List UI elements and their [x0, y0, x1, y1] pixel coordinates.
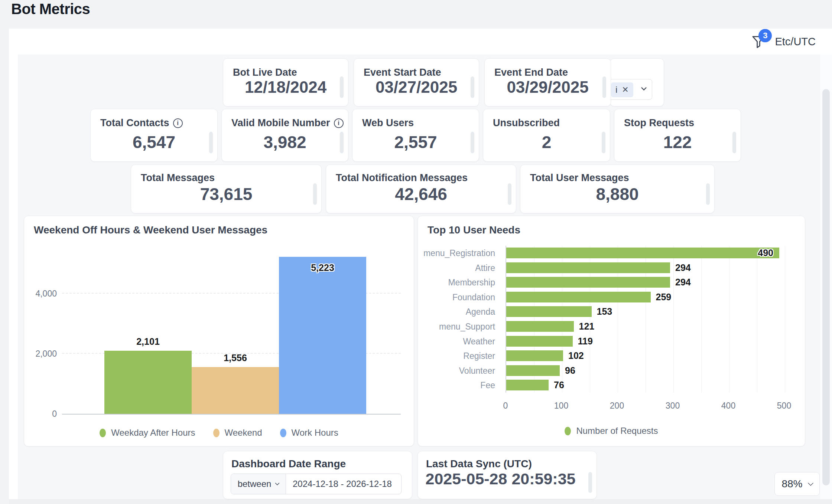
card-scrollbar-thumb[interactable] — [313, 183, 317, 205]
legend-label: Number of Requests — [576, 426, 658, 436]
card-scrollbar-thumb[interactable] — [732, 132, 736, 153]
timezone-label[interactable]: Etc/UTC — [775, 36, 816, 48]
bar-value-label: 153 — [597, 306, 612, 317]
chevron-down-icon — [275, 481, 280, 485]
card-scrollbar-thumb[interactable] — [340, 132, 344, 153]
zoom-level-value: 88% — [781, 478, 802, 490]
total-messages-value: 73,615 — [131, 184, 321, 204]
top10-xticks: 0100200300400500 — [506, 401, 784, 412]
legend-marker — [280, 429, 286, 437]
category-label: Fee — [418, 378, 500, 393]
category-label: Weather — [418, 334, 500, 349]
total-contacts-value: 6,547 — [91, 132, 217, 152]
bar-value-label: 294 — [675, 277, 691, 288]
date-range-input[interactable]: 2024-12-18 - 2026-12-18 — [286, 474, 401, 494]
bar-membership[interactable] — [506, 277, 670, 288]
y-axis-tick: 2,000 — [35, 349, 57, 359]
card-scrollbar-thumb[interactable] — [508, 183, 511, 205]
bar-volunteer[interactable] — [506, 365, 560, 376]
category-label: Volunteer — [418, 363, 500, 378]
info-icon[interactable]: i — [334, 118, 344, 128]
bar-foundation[interactable] — [506, 292, 651, 302]
stop-requests-card: Stop Requests 122 — [614, 109, 741, 162]
x-axis-tick: 200 — [610, 401, 624, 411]
bar-attire[interactable] — [506, 262, 670, 273]
card-scrollbar-thumb[interactable] — [471, 132, 474, 153]
chevron-down-icon — [807, 480, 813, 486]
valid-mobile-label: Valid Mobile Number — [231, 117, 330, 129]
card-scrollbar-thumb[interactable] — [588, 472, 592, 493]
bot-live-date-value: 12/18/2024 — [223, 78, 348, 96]
bar-menu_support[interactable] — [506, 321, 574, 332]
filter-chip-label: i — [615, 85, 617, 95]
event-end-date-card: Event End Date 03/29/2025 — [484, 58, 611, 107]
card-scrollbar-thumb[interactable] — [471, 76, 474, 98]
card-scrollbar-thumb[interactable] — [602, 76, 606, 98]
chip-remove-icon[interactable]: ✕ — [622, 85, 628, 95]
filter-count-badge: 3 — [758, 29, 772, 42]
bar-value-label: 121 — [579, 321, 595, 332]
total-user-messages-card: Total User Messages 8,880 — [520, 164, 715, 213]
top10-chart-card: Top 10 User Needs menu_RegistrationAttir… — [417, 216, 805, 446]
total-user-messages-value: 8,880 — [520, 184, 714, 204]
legend-label: Work Hours — [292, 428, 338, 438]
event-end-date-label: Event End Date — [494, 67, 568, 78]
weekend-chart-card: Weekend Off Hours & Weekend User Message… — [24, 216, 414, 446]
gridline — [673, 246, 674, 393]
bar-weather[interactable] — [506, 336, 573, 347]
last-sync-title: Last Data Sync (UTC) — [426, 458, 532, 470]
info-icon[interactable]: i — [173, 118, 183, 128]
bar-work-hours[interactable] — [279, 257, 366, 414]
unsubscribed-label: Unsubscribed — [493, 117, 560, 129]
card-scrollbar-thumb[interactable] — [209, 132, 213, 153]
gridline — [757, 246, 757, 393]
zoom-level-dropdown[interactable]: 88% — [774, 472, 820, 496]
bar-agenda[interactable] — [506, 306, 592, 317]
stop-requests-label: Stop Requests — [624, 117, 694, 129]
legend-item[interactable]: Number of Requests — [565, 426, 658, 436]
total-messages-label: Total Messages — [141, 172, 215, 184]
top10-plot: 4902942942591531211191029676 — [506, 246, 784, 393]
x-axis-tick: 500 — [777, 401, 791, 411]
filter-button[interactable]: 3 — [751, 33, 766, 50]
y-axis-tick: 4,000 — [35, 289, 57, 299]
card-scrollbar-thumb[interactable] — [602, 132, 605, 153]
x-axis-tick: 100 — [554, 401, 568, 411]
page-title: Bot Metrics — [11, 1, 90, 17]
event-start-date-card: Event Start Date 03/27/2025 — [354, 58, 479, 107]
legend-item[interactable]: Weekend — [213, 428, 262, 438]
bar-value-label: 102 — [568, 350, 584, 361]
legend-label: Weekday After Hours — [111, 428, 195, 438]
legend-item[interactable]: Work Hours — [280, 428, 338, 438]
total-contacts-label: Total Contacts — [100, 117, 169, 129]
bar-weekday-after-hours[interactable] — [104, 351, 192, 414]
card-scrollbar-thumb[interactable] — [706, 183, 710, 205]
chevron-down-icon[interactable] — [641, 85, 647, 91]
card-scrollbar-thumb[interactable] — [340, 76, 344, 98]
range-operator-value: between — [238, 479, 272, 489]
total-notification-messages-label: Total Notification Messages — [336, 172, 468, 184]
bar-weekend[interactable] — [192, 367, 279, 414]
bar-menu_registration[interactable] — [506, 248, 779, 258]
web-users-value: 2,557 — [352, 132, 479, 152]
unsubscribed-value: 2 — [483, 132, 610, 152]
bar-value-label: 5,223 — [311, 262, 334, 273]
bar-fee[interactable] — [506, 380, 549, 390]
bar-value-label: 76 — [554, 380, 564, 390]
total-contacts-card: Total Contactsi 6,547 — [90, 109, 218, 162]
page-scrollbar-thumb[interactable] — [822, 89, 830, 485]
y-axis-tick: 0 — [52, 409, 57, 419]
x-axis-tick: 0 — [503, 401, 508, 411]
valid-mobile-value: 3,982 — [222, 132, 348, 152]
legend-label: Weekend — [225, 428, 262, 438]
bot-live-date-card: Bot Live Date 12/18/2024 — [223, 58, 348, 107]
total-messages-card: Total Messages 73,615 — [131, 164, 322, 213]
bar-value-label: 119 — [578, 336, 593, 347]
range-operator-select[interactable]: between — [231, 474, 286, 494]
legend-item[interactable]: Weekday After Hours — [100, 428, 195, 438]
gridline — [785, 246, 785, 393]
bar-register[interactable] — [506, 350, 563, 361]
x-axis-tick: 400 — [721, 401, 735, 411]
valid-mobile-card: Valid Mobile Numberi 3,982 — [221, 109, 348, 162]
date-range-control: between 2024-12-18 - 2026-12-18 — [231, 474, 402, 494]
